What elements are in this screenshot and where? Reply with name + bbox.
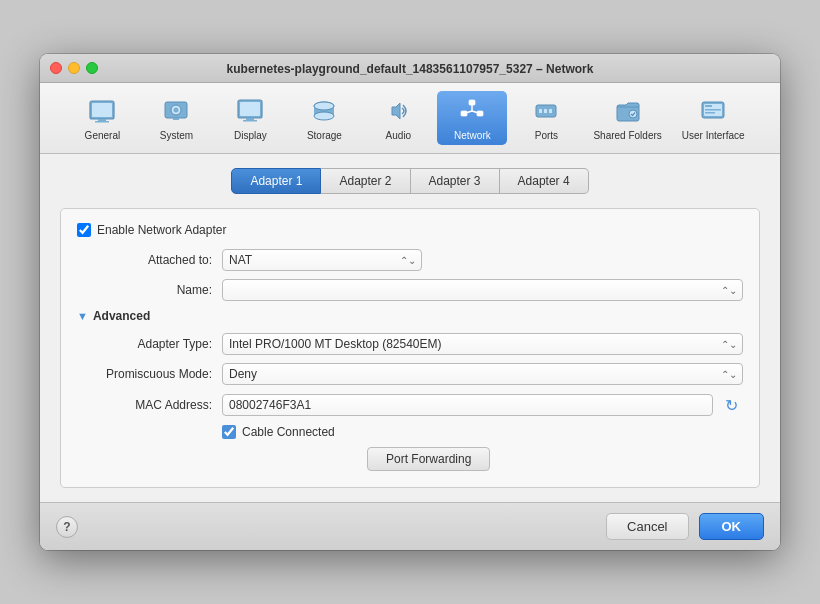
enable-label: Enable Network Adapter	[97, 223, 226, 237]
tab-adapter-2[interactable]: Adapter 2	[321, 168, 410, 194]
advanced-label: Advanced	[93, 309, 150, 323]
toolbar-network[interactable]: Network	[437, 91, 507, 145]
svg-rect-25	[544, 109, 547, 113]
maximize-button[interactable]	[86, 62, 98, 74]
general-label: General	[85, 130, 121, 141]
ok-button[interactable]: OK	[699, 513, 765, 540]
advanced-header[interactable]: ▼ Advanced	[77, 309, 743, 323]
toolbar-system[interactable]: System	[141, 91, 211, 145]
close-button[interactable]	[50, 62, 62, 74]
storage-label: Storage	[307, 130, 342, 141]
toolbar-display[interactable]: Display	[215, 91, 285, 145]
promiscuous-wrapper: Deny Allow VMs Allow All ⌃⌄	[222, 363, 743, 385]
toolbar: General System	[40, 83, 780, 154]
svg-rect-17	[469, 100, 475, 105]
svg-rect-10	[246, 118, 254, 120]
svg-rect-32	[705, 112, 715, 114]
name-select[interactable]	[222, 279, 743, 301]
refresh-mac-button[interactable]: ↻	[719, 393, 743, 417]
cancel-button[interactable]: Cancel	[606, 513, 688, 540]
svg-rect-30	[705, 105, 712, 107]
svg-point-6	[174, 108, 179, 113]
toolbar-ports[interactable]: Ports	[511, 91, 581, 145]
svg-marker-16	[392, 103, 400, 119]
toolbar-general[interactable]: General	[67, 91, 137, 145]
attached-to-select-wrapper: NAT Bridged Adapter Internal Network Hos…	[222, 249, 422, 271]
display-label: Display	[234, 130, 267, 141]
tab-adapter-3[interactable]: Adapter 3	[411, 168, 500, 194]
adapter-type-row: Adapter Type: Intel PRO/1000 MT Desktop …	[77, 333, 743, 355]
shared-folders-label: Shared Folders	[593, 130, 661, 141]
svg-rect-3	[95, 121, 109, 123]
svg-rect-24	[539, 109, 542, 113]
svg-rect-26	[549, 109, 552, 113]
toolbar-audio[interactable]: Audio	[363, 91, 433, 145]
svg-rect-9	[240, 102, 260, 116]
window-title: kubernetes-playground_default_1483561107…	[227, 62, 594, 76]
user-interface-label: User Interface	[682, 130, 745, 141]
ports-icon	[530, 95, 562, 127]
port-forwarding-button[interactable]: Port Forwarding	[367, 447, 490, 471]
network-icon	[456, 95, 488, 127]
mac-input-row: ↻	[222, 393, 743, 417]
form-area: Enable Network Adapter Attached to: NAT …	[60, 208, 760, 488]
tab-adapter-1[interactable]: Adapter 1	[231, 168, 321, 194]
advanced-arrow-icon: ▼	[77, 310, 88, 322]
shared-folders-icon	[612, 95, 644, 127]
attached-to-select[interactable]: NAT Bridged Adapter Internal Network Hos…	[222, 249, 422, 271]
promiscuous-select[interactable]: Deny Allow VMs Allow All	[222, 363, 743, 385]
audio-label: Audio	[386, 130, 412, 141]
name-select-wrapper: ⌃⌄	[222, 279, 743, 301]
svg-point-14	[314, 112, 334, 120]
bottom-buttons: Cancel OK	[606, 513, 764, 540]
user-interface-icon	[697, 95, 729, 127]
attached-to-row: Attached to: NAT Bridged Adapter Interna…	[77, 249, 743, 271]
adapter-type-wrapper: Intel PRO/1000 MT Desktop (82540EM) ⌃⌄	[222, 333, 743, 355]
mac-row: MAC Address: ↻	[77, 393, 743, 417]
title-bar: kubernetes-playground_default_1483561107…	[40, 54, 780, 83]
general-icon	[86, 95, 118, 127]
toolbar-shared-folders[interactable]: Shared Folders	[585, 91, 669, 145]
svg-rect-31	[705, 109, 721, 111]
promiscuous-row: Promiscuous Mode: Deny Allow VMs Allow A…	[77, 363, 743, 385]
name-label: Name:	[77, 283, 222, 297]
audio-icon	[382, 95, 414, 127]
storage-icon	[308, 95, 340, 127]
svg-rect-1	[92, 103, 112, 117]
minimize-button[interactable]	[68, 62, 80, 74]
svg-rect-11	[243, 120, 257, 122]
bottom-bar: ? Cancel OK	[40, 502, 780, 550]
system-label: System	[160, 130, 193, 141]
mac-label: MAC Address:	[77, 398, 222, 412]
toolbar-storage[interactable]: Storage	[289, 91, 359, 145]
enable-checkbox[interactable]	[77, 223, 91, 237]
svg-rect-7	[173, 118, 179, 120]
network-label: Network	[454, 130, 491, 141]
main-window: kubernetes-playground_default_1483561107…	[40, 54, 780, 550]
ports-label: Ports	[535, 130, 558, 141]
adapter-type-select[interactable]: Intel PRO/1000 MT Desktop (82540EM)	[222, 333, 743, 355]
svg-rect-2	[98, 119, 106, 121]
display-icon	[234, 95, 266, 127]
adapter-type-label: Adapter Type:	[77, 337, 222, 351]
tab-adapter-4[interactable]: Adapter 4	[500, 168, 589, 194]
cable-connected-row: Cable Connected	[222, 425, 743, 439]
traffic-lights	[50, 62, 98, 74]
svg-point-15	[314, 102, 334, 110]
name-row: Name: ⌃⌄	[77, 279, 743, 301]
promiscuous-label: Promiscuous Mode:	[77, 367, 222, 381]
toolbar-user-interface[interactable]: User Interface	[674, 91, 753, 145]
adapter-tabs: Adapter 1 Adapter 2 Adapter 3 Adapter 4	[60, 168, 760, 194]
help-button[interactable]: ?	[56, 516, 78, 538]
content-area: Adapter 1 Adapter 2 Adapter 3 Adapter 4 …	[40, 154, 780, 502]
attached-to-label: Attached to:	[77, 253, 222, 267]
cable-connected-label: Cable Connected	[242, 425, 335, 439]
cable-connected-checkbox[interactable]	[222, 425, 236, 439]
enable-row: Enable Network Adapter	[77, 223, 743, 237]
mac-input[interactable]	[222, 394, 713, 416]
system-icon	[160, 95, 192, 127]
